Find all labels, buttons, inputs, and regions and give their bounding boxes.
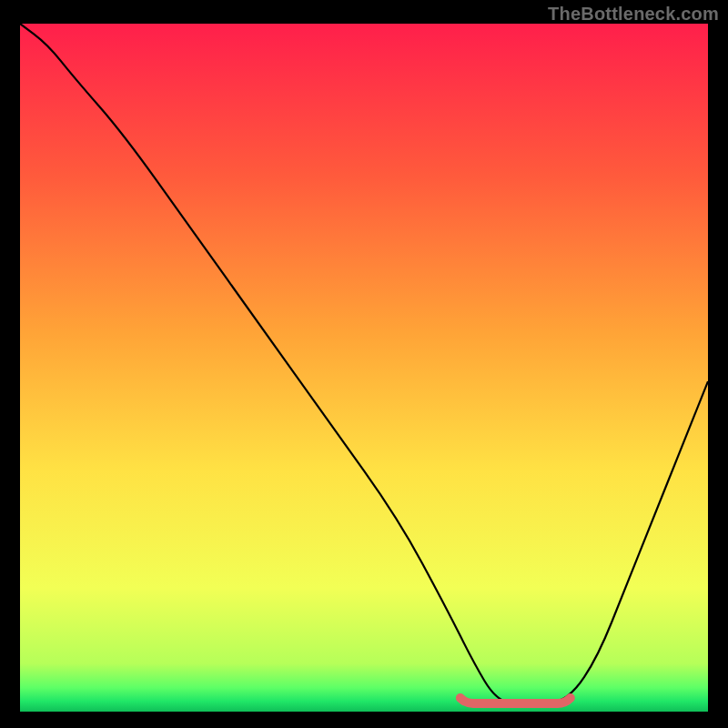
gradient-background [20,24,708,712]
bottleneck-chart [20,24,708,712]
attribution-text: TheBottleneck.com [548,4,719,25]
chart-frame: TheBottleneck.com [0,0,728,728]
